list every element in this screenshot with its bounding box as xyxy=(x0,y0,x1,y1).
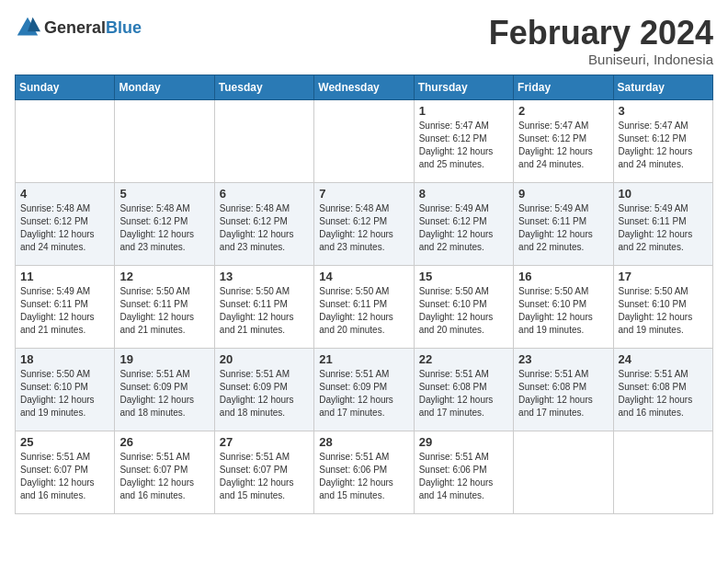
calendar-header-row: SundayMondayTuesdayWednesdayThursdayFrid… xyxy=(16,75,713,99)
calendar-cell xyxy=(613,431,712,513)
day-number: 16 xyxy=(518,270,608,283)
day-number: 21 xyxy=(319,352,408,366)
day-header-tuesday: Tuesday xyxy=(214,75,313,99)
day-info: Sunrise: 5:50 AM Sunset: 6:11 PM Dayligh… xyxy=(319,285,408,337)
calendar-cell: 6Sunrise: 5:48 AM Sunset: 6:12 PM Daylig… xyxy=(214,182,313,265)
calendar-cell: 27Sunrise: 5:51 AM Sunset: 6:07 PM Dayli… xyxy=(214,431,313,513)
calendar-week-row: 25Sunrise: 5:51 AM Sunset: 6:07 PM Dayli… xyxy=(16,431,713,513)
day-number: 4 xyxy=(20,187,109,201)
day-info: Sunrise: 5:48 AM Sunset: 6:12 PM Dayligh… xyxy=(119,202,209,254)
day-info: Sunrise: 5:48 AM Sunset: 6:12 PM Dayligh… xyxy=(319,202,408,254)
calendar-cell: 2Sunrise: 5:47 AM Sunset: 6:12 PM Daylig… xyxy=(514,99,613,182)
calendar-week-row: 11Sunrise: 5:49 AM Sunset: 6:11 PM Dayli… xyxy=(16,265,713,348)
day-info: Sunrise: 5:50 AM Sunset: 6:10 PM Dayligh… xyxy=(419,285,508,337)
day-header-wednesday: Wednesday xyxy=(314,75,414,99)
day-header-sunday: Sunday xyxy=(16,75,115,99)
page-header: GeneralBlue February 2024 Buniseuri, Ind… xyxy=(15,15,713,67)
calendar-cell: 24Sunrise: 5:51 AM Sunset: 6:08 PM Dayli… xyxy=(613,348,712,431)
calendar-cell xyxy=(314,99,414,182)
calendar-cell: 13Sunrise: 5:50 AM Sunset: 6:11 PM Dayli… xyxy=(214,265,313,348)
calendar-cell: 25Sunrise: 5:51 AM Sunset: 6:07 PM Dayli… xyxy=(16,431,115,513)
day-number: 3 xyxy=(619,104,708,118)
day-number: 10 xyxy=(619,187,708,201)
day-header-saturday: Saturday xyxy=(613,75,712,99)
calendar-cell xyxy=(214,99,313,182)
day-info: Sunrise: 5:50 AM Sunset: 6:10 PM Dayligh… xyxy=(518,285,608,337)
logo-text: GeneralBlue xyxy=(44,18,142,38)
calendar-cell: 1Sunrise: 5:47 AM Sunset: 6:12 PM Daylig… xyxy=(414,99,513,182)
day-info: Sunrise: 5:47 AM Sunset: 6:12 PM Dayligh… xyxy=(518,120,608,171)
logo: GeneralBlue xyxy=(15,15,142,40)
day-info: Sunrise: 5:49 AM Sunset: 6:11 PM Dayligh… xyxy=(619,202,708,254)
calendar-week-row: 4Sunrise: 5:48 AM Sunset: 6:12 PM Daylig… xyxy=(16,182,713,265)
day-number: 23 xyxy=(518,352,608,366)
day-info: Sunrise: 5:50 AM Sunset: 6:11 PM Dayligh… xyxy=(220,285,309,337)
day-number: 27 xyxy=(220,435,309,449)
calendar-cell: 29Sunrise: 5:51 AM Sunset: 6:06 PM Dayli… xyxy=(414,431,513,513)
calendar-cell: 3Sunrise: 5:47 AM Sunset: 6:12 PM Daylig… xyxy=(613,99,712,182)
day-number: 13 xyxy=(220,270,309,283)
calendar-cell: 14Sunrise: 5:50 AM Sunset: 6:11 PM Dayli… xyxy=(314,265,414,348)
day-number: 12 xyxy=(119,270,209,283)
calendar-cell: 11Sunrise: 5:49 AM Sunset: 6:11 PM Dayli… xyxy=(16,265,115,348)
calendar-cell: 8Sunrise: 5:49 AM Sunset: 6:12 PM Daylig… xyxy=(414,182,513,265)
calendar-cell: 22Sunrise: 5:51 AM Sunset: 6:08 PM Dayli… xyxy=(414,348,513,431)
day-number: 17 xyxy=(619,270,708,283)
calendar-cell: 28Sunrise: 5:51 AM Sunset: 6:06 PM Dayli… xyxy=(314,431,414,513)
day-number: 14 xyxy=(319,270,408,283)
day-number: 28 xyxy=(319,435,408,449)
main-title: February 2024 xyxy=(489,15,713,52)
day-number: 8 xyxy=(419,187,508,201)
day-info: Sunrise: 5:49 AM Sunset: 6:12 PM Dayligh… xyxy=(419,202,508,254)
calendar-cell xyxy=(115,99,214,182)
day-number: 2 xyxy=(518,104,608,118)
day-number: 15 xyxy=(419,270,508,283)
calendar-cell: 9Sunrise: 5:49 AM Sunset: 6:11 PM Daylig… xyxy=(514,182,613,265)
calendar-cell: 12Sunrise: 5:50 AM Sunset: 6:11 PM Dayli… xyxy=(115,265,214,348)
calendar-cell: 21Sunrise: 5:51 AM Sunset: 6:09 PM Dayli… xyxy=(314,348,414,431)
calendar-body: 1Sunrise: 5:47 AM Sunset: 6:12 PM Daylig… xyxy=(16,99,713,513)
day-info: Sunrise: 5:51 AM Sunset: 6:09 PM Dayligh… xyxy=(319,368,408,419)
day-info: Sunrise: 5:50 AM Sunset: 6:10 PM Dayligh… xyxy=(20,368,109,419)
calendar-cell: 4Sunrise: 5:48 AM Sunset: 6:12 PM Daylig… xyxy=(16,182,115,265)
calendar-table: SundayMondayTuesdayWednesdayThursdayFrid… xyxy=(15,75,713,514)
calendar-cell: 5Sunrise: 5:48 AM Sunset: 6:12 PM Daylig… xyxy=(115,182,214,265)
calendar-cell: 17Sunrise: 5:50 AM Sunset: 6:10 PM Dayli… xyxy=(613,265,712,348)
day-info: Sunrise: 5:51 AM Sunset: 6:06 PM Dayligh… xyxy=(419,451,508,502)
day-number: 1 xyxy=(419,104,508,118)
day-info: Sunrise: 5:51 AM Sunset: 6:09 PM Dayligh… xyxy=(119,368,209,419)
day-number: 29 xyxy=(419,435,508,449)
day-info: Sunrise: 5:48 AM Sunset: 6:12 PM Dayligh… xyxy=(220,202,309,254)
calendar-cell: 23Sunrise: 5:51 AM Sunset: 6:08 PM Dayli… xyxy=(514,348,613,431)
calendar-cell: 7Sunrise: 5:48 AM Sunset: 6:12 PM Daylig… xyxy=(314,182,414,265)
calendar-cell: 15Sunrise: 5:50 AM Sunset: 6:10 PM Dayli… xyxy=(414,265,513,348)
calendar-cell: 16Sunrise: 5:50 AM Sunset: 6:10 PM Dayli… xyxy=(514,265,613,348)
calendar-cell: 18Sunrise: 5:50 AM Sunset: 6:10 PM Dayli… xyxy=(16,348,115,431)
day-number: 19 xyxy=(119,352,209,366)
day-number: 25 xyxy=(20,435,109,449)
day-info: Sunrise: 5:50 AM Sunset: 6:11 PM Dayligh… xyxy=(119,285,209,337)
day-number: 22 xyxy=(419,352,508,366)
subtitle: Buniseuri, Indonesia xyxy=(489,52,713,67)
day-info: Sunrise: 5:51 AM Sunset: 6:06 PM Dayligh… xyxy=(319,451,408,502)
day-header-thursday: Thursday xyxy=(414,75,513,99)
day-info: Sunrise: 5:51 AM Sunset: 6:08 PM Dayligh… xyxy=(619,368,708,419)
day-number: 7 xyxy=(319,187,408,201)
day-info: Sunrise: 5:48 AM Sunset: 6:12 PM Dayligh… xyxy=(20,202,109,254)
title-block: February 2024 Buniseuri, Indonesia xyxy=(489,15,713,67)
day-number: 5 xyxy=(119,187,209,201)
day-info: Sunrise: 5:50 AM Sunset: 6:10 PM Dayligh… xyxy=(619,285,708,337)
day-info: Sunrise: 5:47 AM Sunset: 6:12 PM Dayligh… xyxy=(419,120,508,171)
day-number: 18 xyxy=(20,352,109,366)
logo-icon xyxy=(15,15,40,40)
day-info: Sunrise: 5:51 AM Sunset: 6:09 PM Dayligh… xyxy=(220,368,309,419)
day-info: Sunrise: 5:47 AM Sunset: 6:12 PM Dayligh… xyxy=(619,120,708,171)
day-info: Sunrise: 5:51 AM Sunset: 6:07 PM Dayligh… xyxy=(220,451,309,502)
day-number: 11 xyxy=(20,270,109,283)
day-info: Sunrise: 5:49 AM Sunset: 6:11 PM Dayligh… xyxy=(518,202,608,254)
day-info: Sunrise: 5:51 AM Sunset: 6:08 PM Dayligh… xyxy=(518,368,608,419)
day-number: 26 xyxy=(119,435,209,449)
day-header-friday: Friday xyxy=(514,75,613,99)
day-info: Sunrise: 5:51 AM Sunset: 6:07 PM Dayligh… xyxy=(20,451,109,502)
day-info: Sunrise: 5:51 AM Sunset: 6:08 PM Dayligh… xyxy=(419,368,508,419)
